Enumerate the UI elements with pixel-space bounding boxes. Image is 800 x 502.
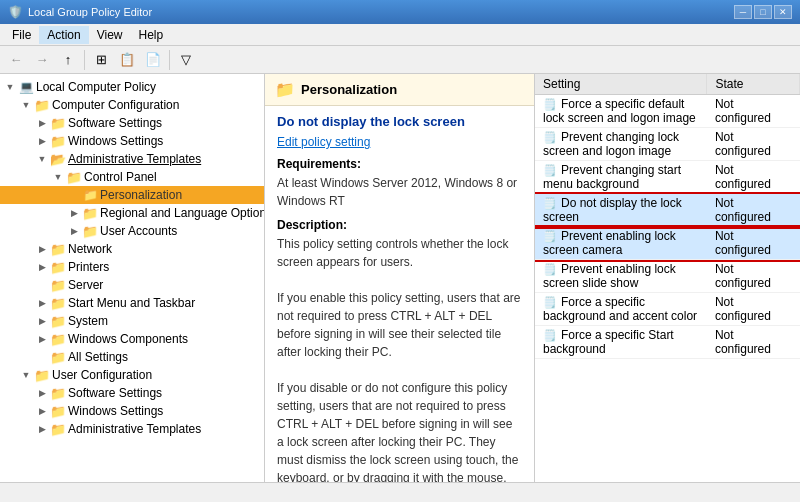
cell-state: Not configured [707, 293, 800, 326]
cell-setting: 🗒️Force a specific Start background [535, 326, 707, 359]
properties-button[interactable]: 📋 [115, 49, 139, 71]
table-row[interactable]: 🗒️Do not display the lock screenNot conf… [535, 194, 800, 227]
toggle-system: ▶ [34, 313, 50, 329]
tree-item-software-settings[interactable]: ▶ 📁 Software Settings [0, 114, 264, 132]
tree-item-windows-settings[interactable]: ▶ 📁 Windows Settings [0, 132, 264, 150]
requirements-text: At least Windows Server 2012, Windows 8 … [277, 174, 522, 210]
label-printers: Printers [68, 260, 109, 274]
edit-policy-link[interactable]: Edit policy setting [277, 135, 370, 149]
status-bar [0, 482, 800, 502]
icon-personalization: 📁 [82, 187, 98, 203]
table-row[interactable]: 🗒️Prevent changing start menu background… [535, 161, 800, 194]
forward-button[interactable]: → [30, 49, 54, 71]
tree-item-user-accounts[interactable]: ▶ 📁 User Accounts [0, 222, 264, 240]
label-start-menu: Start Menu and Taskbar [68, 296, 195, 310]
tree-item-all-settings[interactable]: 📁 All Settings [0, 348, 264, 366]
description-label: Description: [277, 218, 522, 232]
menu-action[interactable]: Action [39, 26, 88, 44]
icon-start-menu: 📁 [50, 295, 66, 311]
toggle-admin: ▼ [34, 151, 50, 167]
middle-header-title: Personalization [301, 82, 397, 97]
help-button[interactable]: 📄 [141, 49, 165, 71]
label-software-settings: Software Settings [68, 116, 162, 130]
tree-item-admin-templates[interactable]: ▼ 📂 Administrative Templates [0, 150, 264, 168]
label-user-accounts: User Accounts [100, 224, 177, 238]
tree-item-system[interactable]: ▶ 📁 System [0, 312, 264, 330]
menu-file[interactable]: File [4, 26, 39, 44]
tree-item-windows-components[interactable]: ▶ 📁 Windows Components [0, 330, 264, 348]
setting-icon: 🗒️ [543, 329, 557, 341]
cell-state: Not configured [707, 161, 800, 194]
tree-item-user-windows[interactable]: ▶ 📁 Windows Settings [0, 402, 264, 420]
close-button[interactable]: ✕ [774, 5, 792, 19]
tree-item-personalization[interactable]: 📁 Personalization [0, 186, 264, 204]
middle-content: Do not display the lock screen Edit poli… [265, 106, 534, 482]
table-row[interactable]: 🗒️Prevent enabling lock screen slide sho… [535, 260, 800, 293]
table-row[interactable]: 🗒️Force a specific default lock screen a… [535, 95, 800, 128]
title-bar: 🛡️ Local Group Policy Editor ─ □ ✕ [0, 0, 800, 24]
tree-item-start-menu[interactable]: ▶ 📁 Start Menu and Taskbar [0, 294, 264, 312]
toggle-computer-config: ▼ [18, 97, 34, 113]
label-control-panel: Control Panel [84, 170, 157, 184]
table-row[interactable]: 🗒️Force a specific background and accent… [535, 293, 800, 326]
toggle-windows-components: ▶ [34, 331, 50, 347]
tree-item-user-software[interactable]: ▶ 📁 Software Settings [0, 384, 264, 402]
tree-item-control-panel[interactable]: ▼ 📁 Control Panel [0, 168, 264, 186]
setting-icon: 🗒️ [543, 230, 557, 242]
requirements-label: Requirements: [277, 157, 522, 171]
tree-item-network[interactable]: ▶ 📁 Network [0, 240, 264, 258]
folder-icon: 📁 [275, 80, 295, 99]
cell-state: Not configured [707, 227, 800, 260]
maximize-button[interactable]: □ [754, 5, 772, 19]
show-hide-button[interactable]: ⊞ [89, 49, 113, 71]
toggle-root: ▼ [2, 79, 18, 95]
filter-button[interactable]: ▽ [174, 49, 198, 71]
setting-icon: 🗒️ [543, 197, 557, 209]
toolbar-separator-2 [169, 50, 170, 70]
icon-software-settings: 📁 [50, 115, 66, 131]
setting-icon: 🗒️ [543, 263, 557, 275]
label-network: Network [68, 242, 112, 256]
window-controls: ─ □ ✕ [734, 5, 792, 19]
label-user-software: Software Settings [68, 386, 162, 400]
tree-panel: ▼ 💻 Local Computer Policy ▼ 📁 Computer C… [0, 74, 265, 482]
label-root: Local Computer Policy [36, 80, 156, 94]
icon-user-config: 📁 [34, 367, 50, 383]
tree-item-user-config[interactable]: ▼ 📁 User Configuration [0, 366, 264, 384]
tree-item-printers[interactable]: ▶ 📁 Printers [0, 258, 264, 276]
menu-help[interactable]: Help [131, 26, 172, 44]
right-panel: Setting State 🗒️Force a specific default… [535, 74, 800, 482]
toggle-software: ▶ [34, 115, 50, 131]
icon-user-admin: 📁 [50, 421, 66, 437]
table-row[interactable]: 🗒️Prevent enabling lock screen cameraNot… [535, 227, 800, 260]
toggle-user-accounts: ▶ [66, 223, 82, 239]
label-windows-components: Windows Components [68, 332, 188, 346]
setting-icon: 🗒️ [543, 98, 557, 110]
cell-setting: 🗒️Prevent enabling lock screen slide sho… [535, 260, 707, 293]
tree-item-root[interactable]: ▼ 💻 Local Computer Policy [0, 78, 264, 96]
table-row[interactable]: 🗒️Prevent changing lock screen and logon… [535, 128, 800, 161]
tree-item-regional[interactable]: ▶ 📁 Regional and Language Options [0, 204, 264, 222]
icon-regional: 📁 [82, 205, 98, 221]
cell-state: Not configured [707, 95, 800, 128]
label-computer-config: Computer Configuration [52, 98, 179, 112]
setting-icon: 🗒️ [543, 296, 557, 308]
tree-item-user-admin[interactable]: ▶ 📁 Administrative Templates [0, 420, 264, 438]
cell-setting: 🗒️Force a specific background and accent… [535, 293, 707, 326]
tree-item-computer-config[interactable]: ▼ 📁 Computer Configuration [0, 96, 264, 114]
table-row[interactable]: 🗒️Force a specific Start backgroundNot c… [535, 326, 800, 359]
tree-item-server[interactable]: 📁 Server [0, 276, 264, 294]
icon-printers: 📁 [50, 259, 66, 275]
col-setting: Setting [535, 74, 707, 95]
minimize-button[interactable]: ─ [734, 5, 752, 19]
up-button[interactable]: ↑ [56, 49, 80, 71]
icon-all-settings: 📁 [50, 349, 66, 365]
toggle-user-windows: ▶ [34, 403, 50, 419]
back-button[interactable]: ← [4, 49, 28, 71]
icon-user-accounts: 📁 [82, 223, 98, 239]
label-windows-settings: Windows Settings [68, 134, 163, 148]
menu-view[interactable]: View [89, 26, 131, 44]
icon-computer-config: 📁 [34, 97, 50, 113]
icon-admin-templates: 📂 [50, 151, 66, 167]
icon-windows-settings: 📁 [50, 133, 66, 149]
